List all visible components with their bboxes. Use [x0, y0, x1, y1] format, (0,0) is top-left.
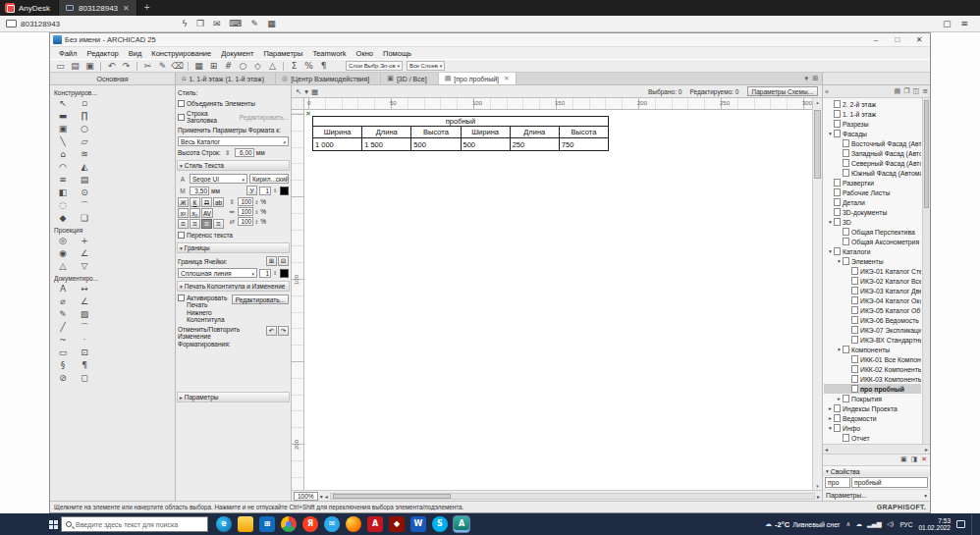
outer-border-button[interactable]: ⊟ [278, 256, 289, 266]
tab-first-floor[interactable]: ⌂ 1. 1-й этаж (1. 1-й этаж) [176, 73, 276, 84]
schedule-table-title[interactable]: пробный [313, 117, 608, 127]
toolbox-section-projection[interactable]: Проекция [52, 225, 175, 235]
properties-section-header[interactable]: ▾ Свойства [823, 465, 930, 476]
object-tool-icon[interactable]: ⊙ [74, 187, 95, 199]
toolbar-icon[interactable] [100, 62, 101, 71]
toolbar-icon[interactable] [283, 62, 284, 71]
spinner-icon[interactable] [273, 270, 278, 276]
wrap-text-checkbox[interactable] [178, 232, 185, 239]
font-script-dropdown[interactable]: Кирил...ский [249, 174, 289, 184]
delete-icon[interactable]: ⌫ [171, 62, 184, 71]
tree-item[interactable]: ▾ 3D [824, 217, 921, 227]
scrollbar-thumb[interactable] [924, 100, 929, 208]
taskbar-search[interactable]: Введите здесь текст для поиска [61, 516, 208, 532]
acrobat-app-icon[interactable]: ◆ [389, 516, 405, 532]
marker-tool-icon[interactable]: § [52, 359, 74, 372]
snap-grid-icon[interactable]: ⊞ [207, 62, 220, 71]
superscript-button[interactable]: x² [178, 208, 189, 218]
tree-expand-icon[interactable]: ▸ [827, 415, 834, 421]
font-size-input[interactable]: 3,50 [190, 187, 209, 195]
tree-item[interactable]: Развертки [824, 178, 921, 187]
all-borders-button[interactable]: ⊞ [266, 256, 277, 266]
zoom-level[interactable]: 100% [294, 492, 318, 501]
tab-list-icon[interactable]: ▾ [805, 75, 809, 82]
horizontal-scrollbar[interactable] [330, 493, 815, 500]
toolbox-section-documentation[interactable]: Документиро... [52, 273, 175, 283]
line-tool-icon[interactable]: ╱ [52, 321, 74, 334]
tree-expand-icon[interactable]: ▸ [827, 405, 834, 411]
tree-item[interactable]: ▾ Элементы [824, 256, 921, 266]
align-justify-button[interactable]: ≡ [213, 219, 224, 229]
tree-item[interactable]: ▸ Индексы Проекта [824, 403, 921, 413]
spacing-input[interactable]: 100 [238, 197, 253, 206]
redo-format-button[interactable]: ↷ [278, 326, 289, 336]
action-center-icon[interactable] [956, 520, 965, 528]
roof-tool-icon[interactable]: ⌂ [52, 148, 74, 161]
archicad-app-icon[interactable]: A [454, 516, 469, 532]
apply-to-dropdown[interactable]: Весь Каталог [178, 136, 289, 146]
edit-icon[interactable]: ✎ [156, 62, 169, 71]
tree-item[interactable]: ИКЭ-ВХ Стандартный Катал [824, 335, 921, 345]
collapse-panel-icon[interactable]: « [825, 88, 829, 95]
tree-item[interactable]: ▾ Инфо [824, 423, 921, 433]
italic-button[interactable]: К [190, 197, 200, 207]
maximize-button[interactable]: □ [887, 33, 908, 46]
close-tab-icon[interactable]: ✕ [123, 4, 130, 13]
tree-item[interactable]: ▾ Фасады [824, 129, 921, 138]
minimize-button[interactable]: – [865, 33, 887, 46]
wall-tool-icon[interactable]: ▬ [52, 110, 74, 123]
menu-item[interactable]: Файл [54, 49, 82, 58]
dropdown-arrow-icon[interactable]: ▾ [304, 87, 308, 96]
circle-tool-icon[interactable]: ○ [237, 62, 249, 71]
scroll-left-icon[interactable]: ◂ [325, 493, 328, 500]
spinner-icon[interactable] [254, 209, 259, 215]
tree-item[interactable]: 3D-документы [824, 207, 921, 217]
menu-icon[interactable]: ≡ [960, 20, 968, 28]
word-app-icon[interactable]: W [410, 516, 426, 532]
tab-3d-all[interactable]: ▣ [3D / Все] [381, 73, 438, 84]
firefox-app-icon[interactable] [346, 516, 361, 532]
actions-menu-icon[interactable]: ϟ [182, 20, 188, 28]
scrollbar-thumb[interactable] [814, 110, 821, 179]
toolbar-icon[interactable] [188, 62, 189, 71]
fullscreen-icon[interactable]: ▢ [943, 20, 952, 28]
zoom-menu-icon[interactable]: ▾ [320, 493, 323, 500]
tree-expand-icon[interactable]: ▾ [827, 131, 834, 136]
close-view-tab-icon[interactable]: ✕ [504, 75, 509, 82]
camera-path-tool-icon[interactable]: ◻ [74, 372, 95, 385]
layout-book-icon[interactable]: ◫ [913, 88, 920, 95]
tree-item[interactable]: ИКЭ-01 Каталог Стен [824, 266, 921, 276]
annotation-icon[interactable]: ¶ [317, 62, 330, 71]
camera-tool-icon[interactable]: ◉ [52, 247, 74, 260]
project-map-icon[interactable]: ▤ [895, 88, 901, 95]
navigator-params-row[interactable]: Параметры... ▾ [823, 489, 930, 501]
display-settings-icon[interactable]: ▦ [267, 20, 276, 28]
text-tool-icon[interactable]: A [52, 283, 74, 295]
selection-settings-icon[interactable]: ↖ [296, 87, 301, 96]
font-family-dropdown[interactable]: Segoe UI [190, 174, 247, 184]
cloud-sync-icon[interactable]: ☁ [855, 520, 862, 528]
spacing-input[interactable]: 100 [238, 207, 253, 216]
tree-expand-icon[interactable]: ▾ [836, 347, 843, 352]
redo-icon[interactable]: ↷ [120, 62, 133, 71]
store-app-icon[interactable]: ⊞ [259, 516, 275, 532]
new-session-button[interactable]: + [144, 3, 150, 13]
weather-widget[interactable]: ☁ -2°C Ливневый снег [765, 520, 841, 529]
close-button[interactable]: ✕ [908, 33, 930, 46]
line-type-dropdown[interactable]: Сплошная линия [178, 268, 257, 278]
strikethrough-button[interactable]: ab [213, 197, 224, 207]
start-button[interactable] [49, 520, 58, 529]
tree-expand-icon[interactable]: ▾ [827, 248, 834, 254]
telegram-app-icon[interactable]: ✉ [324, 516, 340, 532]
tree-item[interactable]: Западный Фасад (Автоматич [824, 148, 921, 158]
hotspot-tool-icon[interactable]: · [74, 334, 95, 347]
scroll-right-icon[interactable]: ▸ [817, 493, 820, 500]
menu-item[interactable]: Помощь [378, 49, 416, 58]
show-desktop-button[interactable] [971, 513, 974, 535]
elevation-tool-icon[interactable]: ▽ [74, 260, 95, 273]
linear-dimension-tool-icon[interactable]: ↔ [74, 283, 95, 295]
arc-tool-icon[interactable]: ⌒ [74, 321, 95, 334]
fill-tool-icon[interactable]: ▨ [74, 308, 95, 321]
tree-item[interactable]: ▸ Ведомости [824, 413, 921, 423]
arc-tool-icon[interactable]: ⌒ [74, 199, 95, 212]
